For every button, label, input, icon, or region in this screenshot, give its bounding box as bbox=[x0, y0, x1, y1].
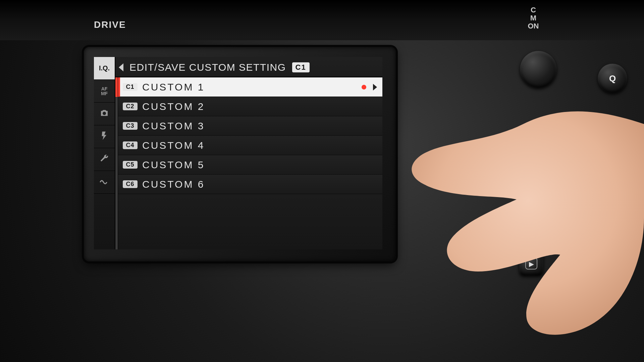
camera-body: DRIVE C M ON OK DISP/BACK I.Q. AF MF bbox=[0, 0, 644, 362]
row-badge: C2 bbox=[123, 103, 138, 110]
row-label: CUSTOM 3 bbox=[142, 120, 205, 132]
scroll-marker bbox=[115, 77, 118, 97]
menu-tab-column: I.Q. AF MF bbox=[94, 57, 115, 249]
list-empty-space bbox=[118, 194, 382, 249]
camera-icon bbox=[99, 108, 109, 120]
row-badge: C3 bbox=[123, 122, 138, 130]
menu-list-area: C1 CUSTOM 1 C2 CUSTOM 2 C3 CUSTOM 3 bbox=[115, 77, 382, 249]
custom-settings-list: C1 CUSTOM 1 C2 CUSTOM 2 C3 CUSTOM 3 bbox=[118, 77, 382, 249]
menu-tab-shooting[interactable] bbox=[94, 103, 115, 125]
focus-joystick[interactable] bbox=[520, 51, 557, 88]
cm-label: C M bbox=[523, 6, 543, 22]
modified-dot-icon bbox=[362, 85, 366, 89]
menu-tab-flash[interactable] bbox=[94, 125, 115, 148]
row-badge: C1 bbox=[123, 83, 138, 91]
row-badge: C5 bbox=[123, 161, 138, 169]
enter-chevron-icon bbox=[373, 84, 377, 90]
playback-button[interactable] bbox=[519, 251, 543, 276]
ok-button[interactable] bbox=[516, 153, 548, 185]
custom-setting-row-5[interactable]: C5 CUSTOM 5 bbox=[118, 155, 382, 175]
lcd-screen[interactable]: I.Q. AF MF bbox=[94, 57, 382, 249]
menu-tab-af-mf[interactable]: AF MF bbox=[94, 80, 115, 103]
row-label: CUSTOM 2 bbox=[142, 101, 205, 112]
row-label: CUSTOM 4 bbox=[142, 140, 205, 151]
iq-label: I.Q. bbox=[99, 64, 110, 72]
menu-header: EDIT/SAVE CUSTOM SETTING C1 bbox=[115, 57, 382, 77]
flash-icon bbox=[99, 131, 109, 143]
wrench-icon bbox=[99, 154, 109, 166]
ok-button-label: OK bbox=[567, 164, 581, 174]
custom-setting-row-1[interactable]: C1 CUSTOM 1 bbox=[118, 77, 382, 97]
back-chevron-icon[interactable] bbox=[119, 63, 123, 71]
lcd-bezel: I.Q. AF MF bbox=[84, 47, 396, 261]
row-label: CUSTOM 1 bbox=[142, 81, 205, 93]
menu-tab-setup[interactable] bbox=[94, 148, 115, 171]
afmf-label: AF MF bbox=[101, 86, 108, 96]
drive-label: DRIVE bbox=[94, 19, 126, 30]
power-dial-labels: C M ON bbox=[523, 6, 543, 31]
top-strip: DRIVE C M ON bbox=[0, 0, 644, 40]
custom-setting-row-4[interactable]: C4 CUSTOM 4 bbox=[118, 136, 382, 155]
current-custom-badge: C1 bbox=[292, 62, 310, 72]
menu-panel: EDIT/SAVE CUSTOM SETTING C1 C1 CUSTOM 1 bbox=[115, 57, 382, 249]
row-label: CUSTOM 6 bbox=[142, 179, 205, 190]
disp-back-button[interactable] bbox=[520, 199, 548, 228]
row-badge: C6 bbox=[123, 180, 138, 188]
custom-setting-row-2[interactable]: C2 CUSTOM 2 bbox=[118, 97, 382, 116]
q-button[interactable] bbox=[598, 64, 627, 93]
menu-tab-iq[interactable]: I.Q. bbox=[94, 57, 115, 80]
disp-back-label: DISP/BACK bbox=[535, 231, 586, 242]
custom-setting-row-3[interactable]: C3 CUSTOM 3 bbox=[118, 116, 382, 136]
menu-title: EDIT/SAVE CUSTOM SETTING bbox=[129, 62, 286, 73]
row-badge: C4 bbox=[123, 141, 138, 149]
scroll-indicator bbox=[115, 77, 118, 249]
wave-icon bbox=[99, 176, 109, 188]
custom-setting-row-6[interactable]: C6 CUSTOM 6 bbox=[118, 175, 382, 194]
on-label: ON bbox=[523, 22, 543, 30]
menu-tab-mymenu[interactable] bbox=[94, 171, 115, 194]
row-label: CUSTOM 5 bbox=[142, 159, 205, 171]
